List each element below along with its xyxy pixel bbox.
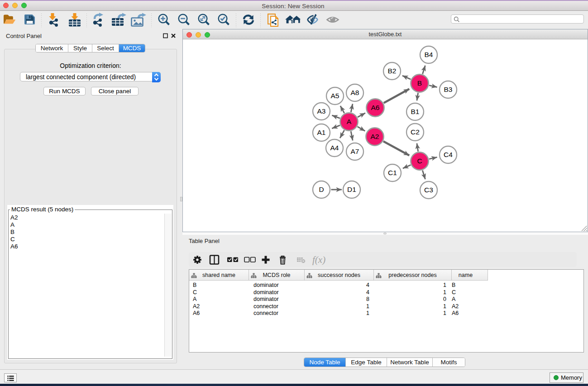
svg-text:A7: A7 bbox=[351, 148, 359, 155]
svg-text:C3: C3 bbox=[424, 186, 433, 194]
svg-text:C1: C1 bbox=[388, 169, 397, 176]
svg-text:B: B bbox=[417, 79, 422, 87]
svg-text:B4: B4 bbox=[425, 51, 433, 58]
svg-text:A4: A4 bbox=[330, 144, 339, 152]
svg-text:C4: C4 bbox=[444, 151, 453, 158]
svg-text:A2: A2 bbox=[371, 133, 379, 140]
svg-text:A6: A6 bbox=[371, 104, 380, 111]
svg-text:f(x): f(x) bbox=[312, 254, 325, 265]
svg-text:A1: A1 bbox=[317, 129, 326, 136]
svg-text:C2: C2 bbox=[411, 128, 420, 136]
svg-text:A3: A3 bbox=[317, 107, 326, 115]
svg-text:B1: B1 bbox=[411, 108, 420, 115]
svg-text:B2: B2 bbox=[388, 67, 397, 75]
svg-text:A5: A5 bbox=[331, 92, 339, 100]
svg-text:B3: B3 bbox=[444, 86, 453, 93]
svg-text:D1: D1 bbox=[347, 186, 356, 193]
svg-text:C: C bbox=[417, 157, 422, 165]
svg-text:A: A bbox=[347, 118, 352, 125]
svg-text:D: D bbox=[319, 186, 324, 193]
svg-text:A8: A8 bbox=[351, 89, 359, 96]
